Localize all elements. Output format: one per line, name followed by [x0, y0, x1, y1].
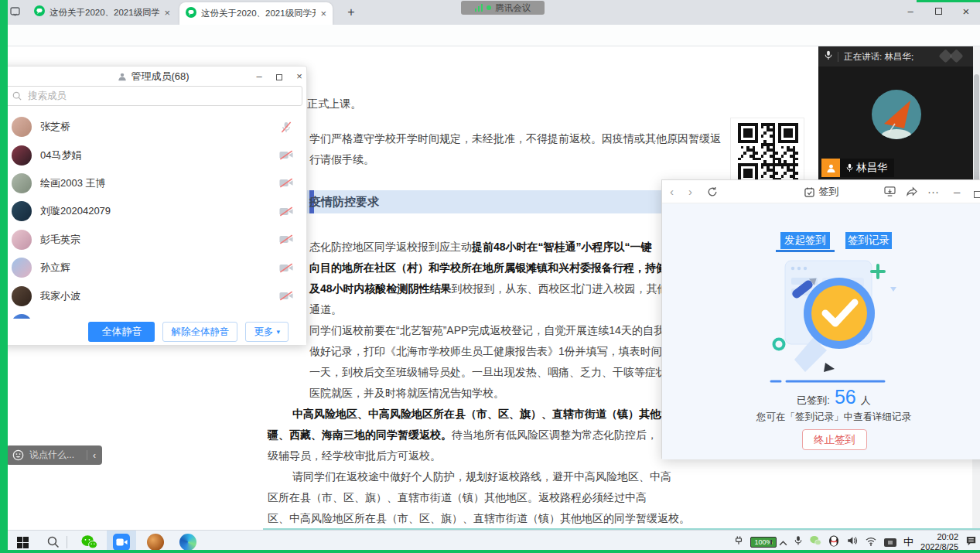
article-line: 疆、西藏、海南三地的同学暂缓返校。待当地所有低风险区调整为常态化防控后， — [268, 427, 657, 442]
app-icon — [147, 534, 164, 551]
cast-screen-icon[interactable] — [884, 186, 896, 199]
member-row[interactable]: 张芝桥 — [1, 113, 306, 141]
tab-title: 这份关于2020、2021级同学开学 — [201, 8, 316, 19]
signed-count-row: 已签到: 56 人 — [726, 386, 942, 408]
calendar-check-icon — [804, 187, 814, 197]
signin-toolbar: ‹ › 签到 ··· – — [662, 180, 980, 203]
status-dot — [487, 5, 491, 10]
signin-window: ‹ › 签到 ··· – 发起签到 签到记录 — [661, 179, 980, 459]
signal-bars-icon — [475, 4, 483, 12]
tab-signin-records[interactable]: 签到记录 — [845, 232, 892, 249]
battery-indicator[interactable]: 100% — [750, 537, 772, 548]
tray-expand-chevron-icon[interactable] — [779, 535, 787, 549]
close-icon[interactable]: × — [292, 70, 307, 84]
cam-off-icon[interactable] — [278, 178, 294, 188]
member-name: 张芝桥 — [40, 120, 270, 134]
search-icon — [12, 91, 22, 101]
member-avatar — [12, 286, 32, 306]
mic-tray-icon[interactable] — [794, 535, 802, 549]
member-avatar — [12, 258, 32, 278]
edge-icon — [179, 534, 196, 551]
member-role-icon — [821, 159, 840, 177]
member-panel-titlebar: 管理成员(68) – × — [1, 67, 306, 87]
cam-off-icon[interactable] — [278, 207, 294, 217]
mic-icon — [825, 49, 832, 63]
signed-label: 已签到: — [797, 394, 830, 408]
browser-tab-1[interactable]: 这份关于2020、2021级同学开学 × — [28, 0, 176, 25]
browser-toolbar: ← https://mp.weixin.qq.com/s/Wi3KKMF9sB2… — [0, 25, 980, 46]
scrollbar-thumb[interactable] — [974, 74, 979, 183]
article-line: 做好记录，打印《北海市学校师生员工健康报告表》1份并填写，填表时间为报 — [309, 343, 684, 359]
member-search-box[interactable] — [5, 86, 302, 106]
wechat-tray-icon[interactable] — [809, 535, 821, 549]
maximize-icon[interactable] — [271, 70, 287, 84]
qq-tray-icon[interactable] — [828, 534, 839, 550]
window-minimize-button[interactable]: – — [896, 0, 924, 23]
member-name: 孙立辉 — [40, 261, 270, 275]
window-restore-button[interactable] — [924, 0, 952, 23]
article-line: 一天，到校后交至班级辅导员处。一旦出现发热、咽痛、乏力、干咳等症状， — [309, 364, 678, 380]
article-line: 通道。 — [309, 302, 342, 317]
minimize-icon[interactable]: – — [251, 70, 267, 84]
section-banner-epidemic: 疫情防控要求 — [268, 190, 704, 213]
article-line: 行请假手续。 — [309, 152, 374, 167]
member-row[interactable]: 04马梦娟 — [1, 141, 306, 169]
member-search-input[interactable] — [26, 90, 295, 102]
tab-close-icon[interactable]: × — [320, 9, 326, 19]
volume-icon[interactable] — [846, 535, 858, 549]
new-tab-button[interactable]: + — [343, 5, 359, 20]
meeting-badge-label: 腾讯会议 — [495, 2, 531, 14]
signin-illustration — [768, 254, 907, 386]
cam-off-icon[interactable] — [278, 234, 294, 244]
article-line: 态化防控地区同学返校报到应主动提前48小时在“智桂通”小程序以“一键 — [309, 239, 652, 254]
unmute-all-button[interactable]: 解除全体静音 — [162, 322, 237, 342]
share-icon[interactable] — [906, 186, 917, 199]
ime-indicator[interactable]: 中 — [903, 535, 913, 549]
wifi-icon[interactable] — [865, 535, 877, 549]
mute-all-button[interactable]: 全体静音 — [88, 322, 155, 342]
member-row[interactable]: 我家小波 — [1, 282, 306, 309]
chat-input-placeholder[interactable]: 说点什么... — [29, 449, 81, 462]
collapse-chevron-icon[interactable]: ‹ — [93, 450, 96, 461]
browser-tab-2-active[interactable]: 这份关于2020、2021级同学开学 × — [179, 2, 333, 25]
action-center-icon[interactable] — [965, 535, 977, 550]
article-line: 区所在县（市、区、旗）、直辖市街道（镇）其他地区。返校路程必须经过中高 — [268, 490, 647, 505]
desktop-screen: 这份关于2020、2021级同学开学 × 这份关于2020、2021级同学开学 … — [0, 0, 980, 553]
tab-start-signin[interactable]: 发起签到 — [780, 232, 830, 249]
member-row[interactable] — [1, 310, 306, 319]
minimize-icon[interactable]: – — [954, 186, 960, 198]
member-name: 我家小波 — [40, 289, 270, 303]
cam-off-icon[interactable] — [278, 150, 294, 160]
divider — [838, 52, 838, 62]
member-avatar — [12, 173, 32, 193]
article-line: 同学们返校前要在“北艺智苑”APP完成返校登记，自觉开展连续14天的自我 — [309, 323, 664, 338]
emoji-icon[interactable] — [12, 449, 24, 461]
speaker-name-badge: 林昌华 — [821, 159, 894, 177]
taskbar-divider — [67, 536, 67, 548]
article-line: 级辅导员，经学校审批后方可返校。 — [268, 448, 441, 463]
more-button[interactable]: 更多▾ — [245, 322, 289, 342]
more-icon[interactable]: ··· — [927, 186, 939, 198]
member-name: 彭毛英宗 — [40, 233, 270, 247]
search-icon — [47, 536, 60, 548]
article-line: 学们严格遵守学校开学时间规定，未经批准，不得提前返校。因疫情或其他原因暂缓返 — [309, 131, 721, 146]
member-row[interactable]: 彭毛英宗 — [1, 226, 306, 254]
cam-off-icon[interactable] — [278, 291, 294, 301]
tray-device-icon[interactable] — [884, 538, 896, 547]
tab-actions-icon[interactable] — [9, 5, 23, 19]
member-name: 刘璇202042079 — [40, 204, 270, 218]
mic-off-icon[interactable] — [278, 121, 294, 133]
power-plug-icon[interactable] — [734, 535, 743, 549]
section-title: 疫情防控要求 — [309, 190, 379, 213]
window-close-button[interactable]: × — [952, 0, 980, 23]
member-row[interactable]: 孙立辉 — [1, 254, 306, 282]
meeting-status-badge[interactable]: 腾讯会议 — [461, 1, 545, 15]
member-row[interactable]: 刘璇202042079 — [1, 197, 306, 225]
tab-close-icon[interactable]: × — [164, 8, 170, 18]
member-row[interactable]: 绘画2003 王博 — [1, 169, 306, 197]
cam-off-icon[interactable] — [278, 263, 294, 273]
maximize-icon[interactable] — [974, 188, 980, 200]
mic-icon — [846, 163, 853, 172]
meeting-chat-box[interactable]: 说点什么... ‹ — [6, 445, 102, 465]
stop-signin-button[interactable]: 终止签到 — [802, 429, 867, 450]
